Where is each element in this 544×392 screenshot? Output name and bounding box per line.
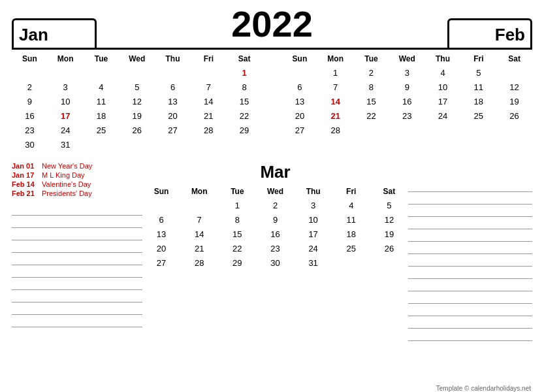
mar-cell	[370, 255, 408, 270]
jan-cell: 30	[12, 137, 48, 152]
jan-cell	[191, 65, 227, 80]
jan-cell: 7	[191, 80, 227, 94]
mar-cell: 7	[180, 212, 218, 227]
feb-cell: 1	[317, 65, 353, 80]
note-line	[12, 304, 142, 315]
note-line	[12, 230, 142, 240]
feb-calendar: Sun Mon Tue Wed Thu Fri Sat 1 2 3 4 5 6 …	[282, 52, 533, 152]
holiday-item: Jan 01 New Year's Day	[12, 162, 142, 170]
mar-cell: 21	[180, 241, 218, 255]
feb-cell: 4	[425, 65, 461, 80]
mar-cell: 19	[370, 227, 408, 241]
jan-cell: 18	[84, 108, 120, 123]
jan-cell: 17	[48, 108, 84, 123]
feb-cell: 11	[460, 80, 496, 94]
mar-grid: 1 2 3 4 5 6 7 8 9 10 11 12 13 14 15 16 1…	[142, 198, 408, 270]
mar-header: Sun Mon Tue Wed Thu Fri Sat	[142, 185, 408, 198]
feb-cell: 26	[496, 108, 532, 123]
mar-cell: 2	[256, 198, 294, 212]
feb-cell	[496, 65, 532, 80]
feb-cell: 24	[425, 108, 461, 123]
footer-text: Template © calendarholidays.net	[436, 385, 531, 392]
mar-sat: Sat	[370, 185, 408, 198]
jan-cell: 27	[155, 123, 191, 137]
jan-cell	[155, 137, 191, 152]
mar-cell: 27	[142, 255, 180, 270]
jan-cell: 25	[84, 123, 120, 137]
feb-cell	[425, 137, 461, 152]
jan-cell: 8	[227, 80, 263, 94]
note-line	[12, 242, 142, 253]
mar-cell	[142, 198, 180, 212]
mar-cell: 6	[142, 212, 180, 227]
jan-cell: 31	[48, 137, 84, 152]
mar-cell: 8	[218, 212, 256, 227]
feb-cell: 9	[389, 80, 425, 94]
feb-cell: 14	[317, 94, 353, 108]
jan-cell: 26	[119, 123, 155, 137]
feb-cell: 17	[425, 94, 461, 108]
jan-cell	[155, 65, 191, 80]
jan-cell: 29	[227, 123, 263, 137]
mar-cell: 24	[295, 241, 332, 255]
feb-cell: 7	[317, 80, 353, 94]
feb-wed: Wed	[389, 52, 425, 65]
holiday-date: Feb 14	[12, 180, 37, 188]
jan-cell: 22	[227, 108, 263, 123]
jan-cell: 19	[119, 108, 155, 123]
feb-cell	[282, 137, 318, 152]
jan-sat: Sat	[227, 52, 263, 65]
feb-cell: 28	[317, 123, 353, 137]
jan-cell	[119, 137, 155, 152]
feb-cell: 21	[317, 108, 353, 123]
jan-cell	[12, 65, 48, 80]
jan-fri: Fri	[191, 52, 227, 65]
mar-cell: 11	[332, 212, 370, 227]
mar-mon: Mon	[180, 185, 218, 198]
jan-cell: 6	[155, 80, 191, 94]
jan-cell: 15	[227, 94, 263, 108]
feb-cell: 10	[425, 80, 461, 94]
note-line	[12, 317, 142, 327]
page: Jan Feb 2022 Sun Mon Tue Wed Thu Fri Sat	[0, 5, 544, 392]
note-line	[408, 219, 532, 229]
feb-cell: 27	[282, 123, 318, 137]
feb-thu: Thu	[425, 52, 461, 65]
jan-cell	[48, 65, 84, 80]
jan-cell	[84, 137, 120, 152]
mar-cell: 22	[218, 241, 256, 255]
holiday-date: Feb 21	[12, 189, 37, 197]
note-line	[408, 231, 532, 242]
feb-sat: Sat	[496, 52, 532, 65]
feb-cell: 19	[496, 94, 532, 108]
mar-sun: Sun	[142, 185, 180, 198]
top-calendars: Sun Mon Tue Wed Thu Fri Sat 1 2 3	[0, 52, 544, 152]
note-line	[408, 331, 532, 341]
jan-cell	[119, 65, 155, 80]
notes-right	[408, 162, 532, 343]
feb-cell	[460, 137, 496, 152]
note-line	[408, 269, 532, 279]
feb-cell	[389, 123, 425, 137]
mar-thu: Thu	[295, 185, 332, 198]
holidays-section: Jan 01 New Year's Day Jan 17 M L King Da…	[12, 162, 142, 343]
note-line	[12, 292, 142, 302]
jan-cell: 1	[227, 65, 263, 80]
jan-cell	[227, 137, 263, 152]
jan-cell: 11	[84, 94, 120, 108]
jan-cell: 12	[119, 94, 155, 108]
jan-cell	[191, 137, 227, 152]
note-line	[12, 280, 142, 290]
feb-label: Feb	[495, 25, 525, 45]
jan-cell: 10	[48, 94, 84, 108]
notes-left	[12, 205, 142, 327]
footer: Template © calendarholidays.net	[436, 385, 531, 392]
jan-cell: 14	[191, 94, 227, 108]
jan-thu: Thu	[155, 52, 191, 65]
jan-mon: Mon	[48, 52, 84, 65]
jan-calendar: Sun Mon Tue Wed Thu Fri Sat 1 2 3	[12, 52, 263, 152]
jan-cell: 2	[12, 80, 48, 94]
feb-cell: 16	[389, 94, 425, 108]
feb-mon: Mon	[317, 52, 353, 65]
mar-cell: 5	[370, 198, 408, 212]
